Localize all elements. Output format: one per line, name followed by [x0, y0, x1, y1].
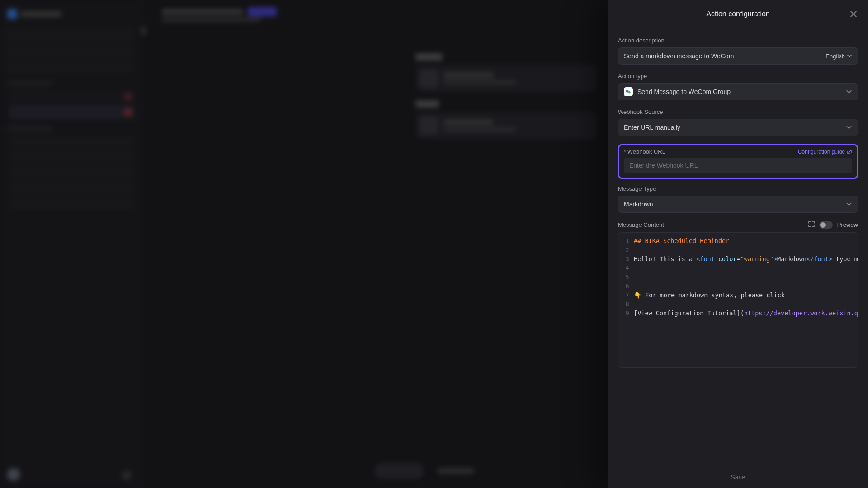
chevron-down-icon	[846, 124, 852, 131]
preview-label: Preview	[837, 221, 858, 228]
label-action-description: Action description	[618, 37, 858, 44]
webhook-url-label-text: Webhook URL	[624, 148, 665, 155]
panel-footer: Save	[608, 466, 868, 488]
source-value: Enter URL manually	[624, 124, 680, 131]
code-line: 6	[618, 282, 858, 291]
action-config-panel: Action configuration Action description …	[608, 0, 868, 488]
chevron-down-icon	[846, 89, 852, 95]
input-webhook-url[interactable]: Enter the Webhook URL	[624, 158, 852, 173]
dim-overlay	[0, 0, 608, 488]
select-action-type[interactable]: Send Message to WeCom Group	[618, 83, 858, 100]
code-line: 7👇 For more markdown syntax, please clic…	[618, 291, 858, 300]
close-icon	[850, 11, 857, 17]
webhook-url-highlight: Webhook URL Configuration guide Enter th…	[618, 144, 858, 179]
code-line: 9[View Configuration Tutorial](https://d…	[618, 309, 858, 318]
field-action-type: Action type Send Message to WeCom Group	[618, 73, 858, 100]
code-line: 1## BIKA Scheduled Reminder	[618, 236, 858, 245]
close-button[interactable]	[848, 9, 859, 19]
code-line: 5	[618, 272, 858, 282]
label-webhook-source: Webhook Source	[618, 108, 858, 115]
lang-value: English	[826, 53, 845, 60]
svg-point-1	[628, 91, 631, 94]
select-message-type[interactable]: Markdown	[618, 196, 858, 213]
expand-button[interactable]	[808, 221, 815, 229]
input-action-description[interactable]: Send a markdown message to WeCom English	[618, 47, 858, 65]
webhook-url-placeholder: Enter the Webhook URL	[629, 162, 698, 169]
expand-icon	[808, 221, 815, 227]
wecom-icon	[624, 87, 633, 96]
msgtype-value: Markdown	[624, 201, 653, 208]
code-line: 8	[618, 300, 858, 309]
preview-toggle[interactable]	[819, 221, 833, 229]
label-action-type: Action type	[618, 73, 858, 80]
language-select[interactable]: English	[826, 53, 852, 60]
type-value: Send Message to WeCom Group	[637, 88, 731, 95]
code-line: 4	[618, 263, 858, 272]
chevron-down-icon	[847, 53, 852, 59]
external-link-icon	[847, 149, 852, 155]
label-webhook-url: Webhook URL Configuration guide	[624, 148, 852, 155]
field-message-content: Message Content Preview 1## BIKA Schedul…	[618, 221, 858, 368]
code-line: 2	[618, 245, 858, 254]
label-message-type: Message Type	[618, 185, 858, 192]
label-message-content: Message Content	[618, 221, 664, 228]
config-guide-link[interactable]: Configuration guide	[798, 149, 852, 155]
code-editor[interactable]: 1## BIKA Scheduled Reminder23Hello! This…	[618, 232, 858, 368]
code-line: 3Hello! This is a <font color="warning">…	[618, 254, 858, 263]
field-webhook-source: Webhook Source Enter URL manually	[618, 108, 858, 136]
panel-header: Action configuration	[608, 0, 868, 28]
field-message-type: Message Type Markdown	[618, 185, 858, 213]
panel-title: Action configuration	[706, 10, 770, 18]
panel-body: Action description Send a markdown messa…	[608, 28, 868, 466]
svg-point-0	[626, 90, 629, 93]
chevron-down-icon	[846, 201, 852, 207]
desc-value: Send a markdown message to WeCom	[624, 52, 734, 60]
save-button[interactable]: Save	[731, 474, 745, 481]
field-action-description: Action description Send a markdown messa…	[618, 37, 858, 65]
select-webhook-source[interactable]: Enter URL manually	[618, 119, 858, 136]
